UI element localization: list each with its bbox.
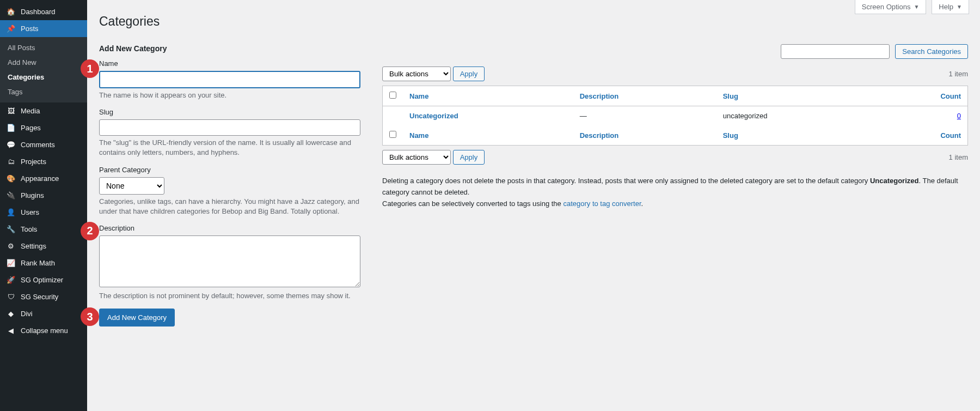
- sidebar-item-media[interactable]: 🖼Media: [0, 102, 87, 119]
- col-slug-header[interactable]: Slug: [723, 92, 738, 100]
- screen-options-label: Screen Options: [862, 3, 911, 11]
- sidebar-item-label: Users: [21, 208, 39, 216]
- col-count-header[interactable]: Count: [940, 92, 961, 100]
- dashboard-icon: 🏠: [5, 8, 16, 16]
- gear-icon: ⚙: [5, 242, 16, 250]
- shield-icon: 🛡: [5, 293, 16, 301]
- select-all-checkbox-bottom[interactable]: [389, 131, 396, 138]
- chevron-down-icon: ▼: [957, 4, 962, 10]
- sidebar-item-pages[interactable]: 📄Pages: [0, 119, 87, 136]
- pushpin-icon: 📌: [5, 25, 16, 33]
- sidebar-item-label: Projects: [21, 158, 46, 166]
- chevron-down-icon: ▼: [914, 4, 919, 10]
- slug-label: Slug: [99, 108, 360, 116]
- sidebar-item-comments[interactable]: 💬Comments: [0, 136, 87, 153]
- bulk-actions-select-top[interactable]: Bulk actions: [382, 67, 451, 81]
- apply-button-top[interactable]: Apply: [453, 67, 485, 81]
- form-heading: Add New Category: [99, 44, 360, 53]
- sidebar-item-dashboard[interactable]: 🏠 Dashboard: [0, 3, 87, 20]
- row-name-link[interactable]: Uncategorized: [409, 112, 458, 120]
- note-default-category: Uncategorized: [870, 177, 919, 185]
- slug-input[interactable]: [99, 119, 360, 136]
- sidebar-item-label: SG Security: [21, 293, 58, 301]
- parent-category-select[interactable]: None: [99, 177, 164, 195]
- search-input[interactable]: [781, 44, 890, 59]
- tools-icon: 🔧: [5, 225, 16, 233]
- submenu-add-new[interactable]: Add New: [0, 55, 87, 70]
- sidebar-item-rank-math[interactable]: 📈Rank Math: [0, 255, 87, 271]
- sidebar-item-label: SG Optimizer: [21, 276, 63, 284]
- row-slug: uncategorized: [716, 106, 875, 126]
- collapse-icon: ◀: [5, 327, 16, 335]
- parent-help: Categories, unlike tags, can have a hier…: [99, 197, 360, 216]
- sidebar-item-label: Appearance: [21, 174, 59, 183]
- sidebar-item-label: Tools: [21, 225, 37, 233]
- add-category-form: Add New Category 1 Name The name is how …: [99, 44, 360, 327]
- col-description-header[interactable]: Description: [580, 92, 619, 100]
- col-description-footer[interactable]: Description: [580, 131, 619, 140]
- name-label: Name: [99, 59, 360, 68]
- sidebar-item-posts[interactable]: 📌 Posts: [0, 20, 87, 37]
- submenu-tags[interactable]: Tags: [0, 84, 87, 99]
- description-help: The description is not prominent by defa…: [99, 291, 360, 301]
- sidebar-item-label: Collapse menu: [21, 327, 68, 335]
- note-text: Categories can be selectively converted …: [382, 200, 563, 208]
- note-text: Deleting a category does not delete the …: [382, 177, 870, 185]
- description-textarea[interactable]: [99, 235, 360, 287]
- main-content: Screen Options ▼ Help ▼ Categories Add N…: [87, 0, 980, 411]
- help-tab[interactable]: Help ▼: [932, 0, 969, 14]
- parent-category-label: Parent Category: [99, 166, 360, 174]
- sidebar-item-label: Posts: [21, 25, 39, 33]
- select-all-checkbox-top[interactable]: [389, 92, 396, 99]
- optimizer-icon: 🚀: [5, 276, 16, 284]
- footer-notes: Deleting a category does not delete the …: [382, 176, 968, 209]
- row-count-link[interactable]: 0: [957, 112, 961, 120]
- search-categories-button[interactable]: Search Categories: [895, 44, 968, 59]
- sidebar-item-divi[interactable]: ◆Divi: [0, 305, 87, 322]
- comment-icon: 💬: [5, 141, 16, 149]
- col-count-footer[interactable]: Count: [940, 131, 961, 140]
- sidebar-item-label: Dashboard: [21, 8, 56, 16]
- screen-options-tab[interactable]: Screen Options ▼: [855, 0, 927, 14]
- sidebar-item-users[interactable]: 👤Users: [0, 204, 87, 221]
- bulk-actions-select-bottom[interactable]: Bulk actions: [382, 150, 451, 165]
- col-slug-footer[interactable]: Slug: [723, 131, 738, 140]
- col-name-footer[interactable]: Name: [409, 131, 428, 140]
- submenu-all-posts[interactable]: All Posts: [0, 40, 87, 55]
- sidebar-item-appearance[interactable]: 🎨Appearance: [0, 170, 87, 187]
- sidebar-item-collapse[interactable]: ◀Collapse menu: [0, 322, 87, 339]
- sidebar-item-settings[interactable]: ⚙Settings: [0, 238, 87, 255]
- sidebar-item-plugins[interactable]: 🔌Plugins: [0, 187, 87, 204]
- plugin-icon: 🔌: [5, 191, 16, 200]
- table-row: Uncategorized — uncategorized 0: [383, 106, 968, 126]
- slug-help: The "slug" is the URL-friendly version o…: [99, 138, 360, 158]
- sidebar-item-label: Settings: [21, 242, 46, 250]
- col-name-header[interactable]: Name: [409, 92, 428, 100]
- media-icon: 🖼: [5, 107, 16, 115]
- admin-sidebar: 🏠 Dashboard 📌 Posts All Posts Add New Ca…: [0, 0, 87, 411]
- sidebar-item-label: Divi: [21, 310, 33, 318]
- sidebar-item-label: Media: [21, 107, 40, 115]
- posts-submenu: All Posts Add New Categories Tags: [0, 37, 87, 102]
- apply-button-bottom[interactable]: Apply: [453, 150, 485, 165]
- add-new-category-button[interactable]: Add New Category: [99, 309, 175, 327]
- name-input[interactable]: [99, 71, 360, 88]
- name-help: The name is how it appears on your site.: [99, 90, 360, 100]
- appearance-icon: 🎨: [5, 174, 16, 183]
- category-to-tag-converter-link[interactable]: category to tag converter: [563, 200, 641, 208]
- row-description: —: [573, 106, 716, 126]
- description-label: Description: [99, 224, 360, 232]
- sidebar-item-tools[interactable]: 🔧Tools: [0, 221, 87, 238]
- sidebar-item-sg-security[interactable]: 🛡SG Security: [0, 288, 87, 305]
- submenu-categories[interactable]: Categories: [0, 70, 87, 84]
- sidebar-item-label: Comments: [21, 141, 55, 149]
- sidebar-item-sg-optimizer[interactable]: 🚀SG Optimizer: [0, 271, 87, 288]
- note-text: .: [641, 200, 644, 208]
- sidebar-item-projects[interactable]: 🗂Projects: [0, 153, 87, 170]
- annotation-badge-1: 1: [81, 59, 99, 78]
- sidebar-item-label: Plugins: [21, 191, 44, 200]
- categories-table: Name Description Slug Count Uncategorize…: [382, 86, 968, 146]
- sidebar-item-label: Rank Math: [21, 259, 55, 267]
- annotation-badge-3: 3: [81, 307, 99, 326]
- item-count-top: 1 item: [949, 70, 968, 78]
